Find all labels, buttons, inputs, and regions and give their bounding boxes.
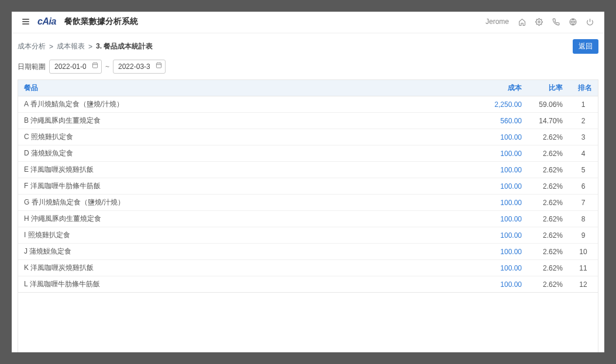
cell-rank: 8 <box>569 211 598 227</box>
cell-name: G 香川燒鯖魚定食（鹽燒/汁燒） <box>18 195 475 211</box>
cell-cost[interactable]: 100.00 <box>475 227 528 244</box>
calendar-icon[interactable] <box>156 62 162 70</box>
menu-toggle-icon[interactable] <box>22 18 29 26</box>
cell-name: I 照燒雞扒定食 <box>18 227 475 244</box>
cell-name: F 洋風咖喱牛肋條牛筋飯 <box>18 178 475 195</box>
cell-rate: 2.62% <box>528 195 569 211</box>
cell-rate: 2.62% <box>528 129 569 145</box>
cell-name: J 蒲燒鰻魚定食 <box>18 244 475 260</box>
table-row: L 洋風咖喱牛肋條牛筋飯100.002.62%12 <box>18 276 598 293</box>
cell-rate: 2.62% <box>528 227 569 244</box>
cell-name: K 洋風咖喱炭燒雞扒飯 <box>18 260 475 276</box>
cell-rate: 2.62% <box>528 276 569 293</box>
table-row: J 蒲燒鰻魚定食100.002.62%10 <box>18 244 598 260</box>
gear-icon[interactable] <box>535 18 543 26</box>
date-range-label: 日期範圍 <box>18 62 46 72</box>
breadcrumb: 成本分析 > 成本報表 > 3. 餐品成本統計表 <box>18 41 153 51</box>
cell-rank: 7 <box>569 195 598 211</box>
cell-rate: 2.62% <box>528 244 569 260</box>
header-left: cAia 餐飲業數據分析系統 <box>22 16 138 27</box>
username-label: Jerome <box>486 18 509 26</box>
back-button[interactable]: 返回 <box>573 39 598 54</box>
table-row: G 香川燒鯖魚定食（鹽燒/汁燒）100.002.62%7 <box>18 195 598 211</box>
cell-rank: 4 <box>569 145 598 162</box>
cell-cost[interactable]: 100.00 <box>475 276 528 293</box>
range-tilde: ~ <box>105 63 109 71</box>
cell-cost[interactable]: 100.00 <box>475 162 528 178</box>
svg-rect-3 <box>92 63 97 68</box>
cell-name: C 照燒雞扒定食 <box>18 129 475 145</box>
cell-rank: 9 <box>569 227 598 244</box>
filter-bar: 日期範圍 ~ <box>12 54 604 79</box>
cell-rate: 2.62% <box>528 145 569 162</box>
cell-name: B 沖繩風豚肉生薑燒定食 <box>18 113 475 129</box>
col-header-name[interactable]: 餐品 <box>18 80 475 96</box>
logo-text: cAia <box>37 16 56 27</box>
cell-rate: 14.70% <box>528 113 569 129</box>
app-title: 餐飲業數據分析系統 <box>64 16 138 27</box>
table-header-row: 餐品 成本 比率 排名 <box>18 80 598 96</box>
cell-cost[interactable]: 100.00 <box>475 260 528 276</box>
table-row: I 照燒雞扒定食100.002.62%9 <box>18 227 598 244</box>
crumb-cost-report[interactable]: 成本報表 <box>57 41 85 51</box>
cost-table: 餐品 成本 比率 排名 A 香川燒鯖魚定食（鹽燒/汁燒）2,250.0059.0… <box>18 80 598 292</box>
cell-cost[interactable]: 100.00 <box>475 195 528 211</box>
col-header-rate[interactable]: 比率 <box>528 80 569 96</box>
crumb-sep: > <box>88 43 92 51</box>
table-empty-space <box>18 293 598 352</box>
cell-cost[interactable]: 2,250.00 <box>475 96 528 113</box>
cell-cost[interactable]: 100.00 <box>475 145 528 162</box>
calendar-icon[interactable] <box>92 62 98 70</box>
cell-name: H 沖繩風豚肉生薑燒定食 <box>18 211 475 227</box>
cell-rate: 2.62% <box>528 211 569 227</box>
date-to-wrap <box>113 60 166 74</box>
phone-icon[interactable] <box>552 18 560 26</box>
cell-rank: 5 <box>569 162 598 178</box>
cell-rank: 10 <box>569 244 598 260</box>
home-icon[interactable] <box>518 18 526 26</box>
header-bar: cAia 餐飲業數據分析系統 Jerome <box>12 12 604 33</box>
crumb-sep: > <box>49 43 53 51</box>
svg-point-0 <box>538 20 540 22</box>
table-row: B 沖繩風豚肉生薑燒定食560.0014.70%2 <box>18 113 598 129</box>
breadcrumb-bar: 成本分析 > 成本報表 > 3. 餐品成本統計表 返回 <box>12 33 604 54</box>
cell-rank: 2 <box>569 113 598 129</box>
cell-rank: 11 <box>569 260 598 276</box>
table-row: K 洋風咖喱炭燒雞扒飯100.002.62%11 <box>18 260 598 276</box>
header-right: Jerome <box>486 18 594 26</box>
power-icon[interactable] <box>586 18 594 26</box>
svg-rect-7 <box>156 63 161 68</box>
cell-rate: 2.62% <box>528 162 569 178</box>
cell-rank: 1 <box>569 96 598 113</box>
cell-rank: 6 <box>569 178 598 195</box>
table-row: D 蒲燒鰻魚定食100.002.62%4 <box>18 145 598 162</box>
cell-cost[interactable]: 100.00 <box>475 129 528 145</box>
cell-name: A 香川燒鯖魚定食（鹽燒/汁燒） <box>18 96 475 113</box>
table-body: A 香川燒鯖魚定食（鹽燒/汁燒）2,250.0059.06%1B 沖繩風豚肉生薑… <box>18 96 598 293</box>
cell-cost[interactable]: 560.00 <box>475 113 528 129</box>
cell-name: E 洋風咖喱炭燒雞扒飯 <box>18 162 475 178</box>
logo: cAia <box>37 16 56 27</box>
cell-rate: 59.06% <box>528 96 569 113</box>
table-row: C 照燒雞扒定食100.002.62%3 <box>18 129 598 145</box>
app-window: cAia 餐飲業數據分析系統 Jerome 成本分析 <box>12 12 604 352</box>
cell-rate: 2.62% <box>528 178 569 195</box>
date-from-wrap <box>49 60 102 74</box>
crumb-current: 3. 餐品成本統計表 <box>96 41 153 51</box>
cell-rank: 12 <box>569 276 598 293</box>
cell-name: D 蒲燒鰻魚定食 <box>18 145 475 162</box>
table-row: E 洋風咖喱炭燒雞扒飯100.002.62%5 <box>18 162 598 178</box>
table-row: A 香川燒鯖魚定食（鹽燒/汁燒）2,250.0059.06%1 <box>18 96 598 113</box>
cell-rate: 2.62% <box>528 260 569 276</box>
table-row: H 沖繩風豚肉生薑燒定食100.002.62%8 <box>18 211 598 227</box>
col-header-rank[interactable]: 排名 <box>569 80 598 96</box>
cell-cost[interactable]: 100.00 <box>475 211 528 227</box>
col-header-cost[interactable]: 成本 <box>475 80 528 96</box>
cell-rank: 3 <box>569 129 598 145</box>
globe-icon[interactable] <box>569 18 577 26</box>
cell-cost[interactable]: 100.00 <box>475 178 528 195</box>
table-row: F 洋風咖喱牛肋條牛筋飯100.002.62%6 <box>18 178 598 195</box>
cell-cost[interactable]: 100.00 <box>475 244 528 260</box>
crumb-cost-analysis[interactable]: 成本分析 <box>18 41 46 51</box>
cost-table-container: 餐品 成本 比率 排名 A 香川燒鯖魚定食（鹽燒/汁燒）2,250.0059.0… <box>18 79 598 293</box>
